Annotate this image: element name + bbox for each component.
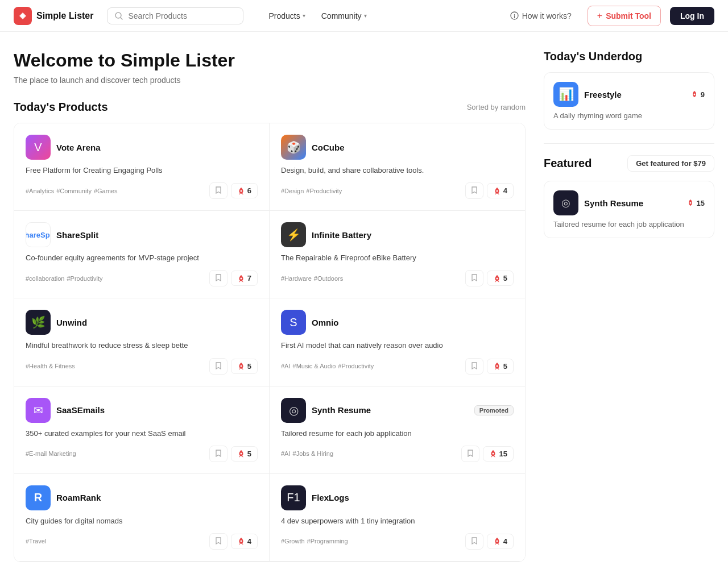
how-it-works-link[interactable]: i How it works? [503,8,578,24]
product-tags: #Travel [26,538,46,544]
tag: #Hardware [281,275,312,282]
upvote-button[interactable]: 5 [487,359,514,374]
bookmark-button[interactable] [209,270,228,286]
product-name: Synth Resume [312,405,371,415]
product-desc: Tailored resume for each job application [281,429,514,439]
featured-rocket-icon [686,199,694,207]
plus-icon: + [597,11,602,21]
nav-links: Products ▾ Community ▾ [262,8,373,24]
products-grid: V Vote Arena Free Platform for Creating … [14,123,526,562]
underdog-card[interactable]: 📊 Freestyle 9 A daily rhyming word game [544,72,714,130]
products-section-header: Today's Products Sorted by random [14,101,526,114]
upvote-button[interactable]: 5 [231,446,258,462]
hero-subtitle: The place to launch and discover tech pr… [14,76,526,85]
navbar: Simple Lister Products ▾ Community ▾ i H… [0,0,728,32]
login-button[interactable]: Log In [670,7,714,25]
svg-point-10 [240,453,242,455]
rocket-upvote-icon [493,362,501,370]
product-footer: #AI#Jobs & Hiring 15 [281,446,514,462]
vote-count: 4 [503,186,507,195]
product-icon: S [281,310,306,335]
featured-card[interactable]: ◎ Synth Resume 15 Tailored resume for ea… [544,181,714,238]
bookmark-button[interactable] [465,182,483,199]
svg-point-5 [496,190,498,192]
product-footer: #Travel 4 [26,533,258,550]
community-label: Community [321,11,362,20]
product-card-infinite-battery[interactable]: ⚡ Infinite Battery The Repairable & Fire… [270,211,525,298]
product-header: ⚡ Infinite Battery [281,222,514,247]
product-name: Unwind [56,318,87,327]
product-card-synth-resume-promoted[interactable]: ◎ Synth Resume Promoted Tailored resume … [270,386,525,474]
rocket-upvote-icon [237,362,245,370]
svg-point-6 [240,277,242,279]
product-card-cocube[interactable]: 🎲 CoCube Design, build, and share collab… [270,123,525,211]
search-input[interactable] [128,11,236,20]
product-header: ShareSplit ShareSplit [26,222,258,247]
upvote-button[interactable]: 4 [487,534,514,549]
product-icon: ShareSplit [26,222,51,247]
product-card-flexlogs[interactable]: F1 FlexLogs 4 dev superpowers with 1 tin… [270,474,525,562]
underdog-name: Freestyle [584,90,685,99]
bookmark-button[interactable] [461,446,479,462]
rocket-upvote-icon [237,450,245,458]
product-header: F1 FlexLogs [281,485,514,510]
product-actions: 5 [465,358,514,375]
bookmark-button[interactable] [209,182,228,199]
upvote-button[interactable]: 15 [483,446,514,462]
bookmark-button[interactable] [465,270,483,286]
upvote-button[interactable]: 5 [487,271,514,286]
submit-tool-button[interactable]: + Submit Tool [588,6,661,26]
product-icon: 🌿 [26,310,51,335]
featured-product-desc: Tailored resume for each job application [553,220,705,228]
rocket-upvote-icon [237,537,245,545]
product-desc: 4 dev superpowers with 1 tiny integratio… [281,516,514,526]
products-nav[interactable]: Products ▾ [262,8,312,24]
tag: #E-mail Marketing [26,450,76,457]
tag: #Productivity [67,275,103,282]
svg-point-4 [240,190,242,192]
featured-section-title: Featured [544,157,592,170]
product-card-omnio[interactable]: S Omnio First AI model that can natively… [270,298,525,386]
product-footer: #Analytics#Community#Games 6 [26,182,258,199]
product-card-sharesplit[interactable]: ShareSplit ShareSplit Co-founder equity … [14,211,270,298]
upvote-button[interactable]: 4 [231,534,258,549]
svg-point-0 [21,14,24,18]
vote-count: 4 [503,537,507,546]
upvote-button[interactable]: 5 [231,359,258,374]
bookmark-button[interactable] [209,533,228,550]
upvote-button[interactable]: 6 [231,183,258,198]
product-footer: #Hardware#Outdoors 5 [281,270,514,286]
upvote-button[interactable]: 4 [487,183,514,198]
product-card-vote-arena[interactable]: V Vote Arena Free Platform for Creating … [14,123,270,211]
tag: #Productivity [306,188,342,194]
tag: #Growth [281,538,305,544]
community-nav[interactable]: Community ▾ [315,8,374,24]
svg-text:i: i [514,14,515,19]
bookmark-button[interactable] [209,446,228,462]
underdog-vote-count: 9 [701,90,705,99]
product-desc: Design, build, and share collaborative t… [281,165,514,176]
bookmark-button[interactable] [465,358,483,375]
product-tags: #collaboration#Productivity [26,275,102,282]
product-tags: #E-mail Marketing [26,450,76,457]
featured-vote-count: 15 [697,199,705,207]
bookmark-button[interactable] [465,533,483,550]
tag: #Music & Audio [293,363,336,369]
product-card-saasemails[interactable]: ✉ SaaSEmails 350+ curated examples for y… [14,386,270,474]
bookmark-icon [214,361,222,369]
product-card-unwind[interactable]: 🌿 Unwind Mindful breathwork to reduce st… [14,298,270,386]
product-icon: F1 [281,485,306,510]
svg-point-8 [240,365,242,367]
site-logo[interactable]: Simple Lister [14,7,93,25]
product-header: 🌿 Unwind [26,310,258,335]
tag: #Productivity [338,363,374,369]
product-card-roamrank[interactable]: R RoamRank City guides for digital nomad… [14,474,270,562]
upvote-button[interactable]: 7 [231,271,258,286]
hero-title: Welcome to Simple Lister [14,50,526,71]
tag: #Health & Fitness [26,363,75,369]
bookmark-button[interactable] [209,358,228,375]
get-featured-button[interactable]: Get featured for $79 [627,155,714,172]
product-tags: #AI#Music & Audio#Productivity [281,363,374,369]
vote-count: 5 [503,274,507,282]
tag: #collaboration [26,275,65,282]
